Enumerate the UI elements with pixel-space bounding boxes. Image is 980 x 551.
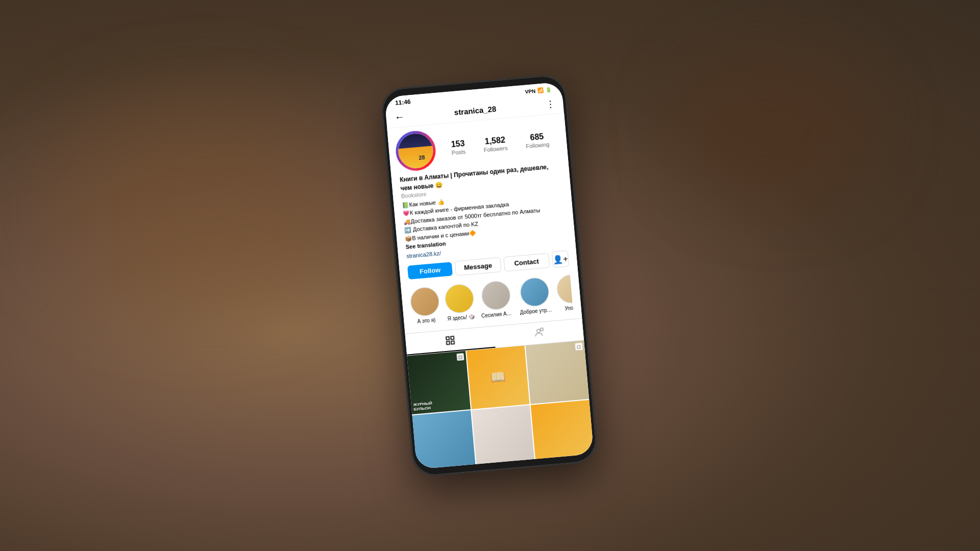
highlight-circle-1 [409,286,440,317]
stat-followers[interactable]: 1,582 Followers [483,135,508,153]
more-button[interactable]: ⋮ [545,98,555,110]
highlight-1[interactable]: А это я) [409,286,441,325]
wifi-icon: 🔋 [545,87,552,93]
highlight-4[interactable]: Доброе утро!... [517,277,553,315]
profile-top: 153 Posts 1,582 Followers 685 Following [396,120,559,170]
app-content: 153 Posts 1,582 Followers 685 Following [387,113,594,469]
post-6[interactable] [531,400,594,463]
post-1[interactable]: ЖУРНЫЙБУЛЬОН ▢ [407,351,470,414]
svg-rect-5 [541,328,543,331]
grid-icon [445,335,456,346]
add-friend-button[interactable]: 👤+ [552,251,570,268]
post-8-icon: ⧉ [526,466,534,469]
posts-count: 153 [451,139,465,150]
stat-posts[interactable]: 153 Posts [451,139,466,156]
highlight-circle-2 [444,283,475,314]
stat-following[interactable]: 685 Following [525,131,550,149]
highlight-circle-3 [480,280,511,311]
posts-grid: ЖУРНЫЙБУЛЬОН ▢ 📖 ▢ ТОП-10АНАЛОВ [407,340,594,469]
person-tag-icon [533,327,545,338]
screen: 11:46 VPN 📶 🔋 ← stranica_28 ⋮ [384,82,594,469]
highlight-circle-5 [556,273,574,305]
contact-button[interactable]: Contact [503,253,550,271]
svg-rect-3 [451,341,454,344]
profile-section: 153 Posts 1,582 Followers 685 Following [387,113,582,334]
highlight-label-4: Доброе утро!... [520,307,553,316]
bio-section: Книги в Алматы | Прочитаны один раз, деш… [400,162,568,260]
highlight-label-1: А это я) [417,317,436,324]
post-1-text: ЖУРНЫЙБУЛЬОН [413,397,468,412]
post-1-icon: ▢ [456,353,464,361]
svg-rect-2 [447,341,450,344]
message-button[interactable]: Message [455,257,502,276]
svg-rect-0 [446,337,449,340]
posts-label: Posts [451,148,465,156]
highlight-3[interactable]: Сесилия Аxе... [478,280,514,318]
signal-icon: 📶 [537,87,544,93]
highlight-5[interactable]: Упом... [556,273,574,312]
vpn-icon: VPN [525,88,535,94]
svg-rect-1 [451,336,454,339]
profile-link[interactable]: stranica28.kz/ [406,250,442,259]
highlight-label-2: Я здесь! 🎲 [447,314,475,322]
follow-button[interactable]: Follow [407,262,453,280]
svg-point-4 [536,329,540,333]
post-8[interactable]: МАРКЛЕВИ ⧉ [477,464,540,469]
stats-row: 153 Posts 1,582 Followers 685 Following [442,131,559,157]
person-plus-icon: 👤+ [553,254,569,264]
highlight-circle-4 [519,277,550,308]
highlight-2[interactable]: Я здесь! 🎲 [444,283,476,322]
highlight-label-5: Упом... [565,305,574,312]
back-button[interactable]: ← [394,111,405,123]
post-4[interactable] [412,410,476,469]
highlights-row: А это я) Я здесь! 🎲 Сесилия Аxе... [409,270,573,329]
post-5[interactable] [472,405,535,468]
post-2-content: 📖 [467,346,530,409]
post-3-icon: ▢ [575,343,582,350]
post-2[interactable]: 📖 [467,346,530,409]
phone: 11:46 VPN 📶 🔋 ← stranica_28 ⋮ [381,74,598,477]
highlight-label-3: Сесилия Аxе... [481,310,514,319]
post-3[interactable]: ▢ [526,340,589,404]
following-label: Following [526,141,550,149]
post-9[interactable]: А в какойперелётпопадала [536,459,594,469]
status-time: 11:46 [395,98,411,107]
status-icons: VPN 📶 🔋 [525,87,552,95]
avatar-wrapper [396,131,435,171]
scene: 11:46 VPN 📶 🔋 ← stranica_28 ⋮ [0,0,980,551]
profile-username: stranica_28 [454,105,497,117]
